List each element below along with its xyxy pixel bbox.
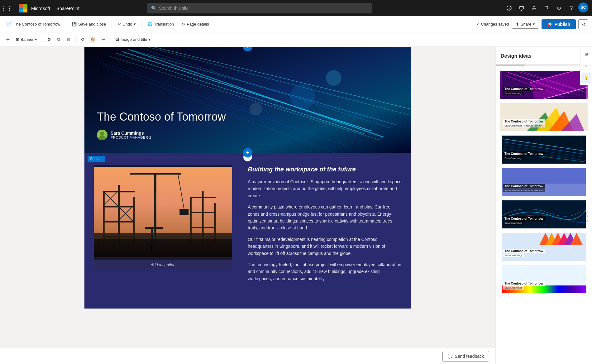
design-card-7[interactable]: The Contoso of Tomorrow Sara Cummings [499,265,588,294]
banner-author: Sara Cummings PRODUCT MANAGER 2 [97,130,226,140]
image-title-button[interactable]: 🖼 Image and title ▾ [113,36,153,43]
content-section: Section ✕ [84,153,411,309]
translation-button[interactable]: 🌐 Translation [144,20,177,28]
section-label[interactable]: Section [88,156,105,162]
design-card-4[interactable]: The Contoso of Tomorrow Sara Cummings · … [499,167,588,197]
svg-rect-40 [190,227,216,228]
content-toolbar: ✛ ⊞ Banner ▾ ⚙ ⧉ 🗑 ⟲ 🎨 ↩ 🖼 Image and tit… [0,32,592,47]
avatar[interactable]: SC [578,2,588,12]
color-btn[interactable]: 🎨 [88,36,98,43]
undo-ct-btn[interactable]: ↩ [99,36,107,43]
design-panel-header: Design ideas ✕ [496,47,592,65]
design-card-label-2: The Contoso of Tomorrow [503,119,545,124]
design-card-2[interactable]: The Contoso of Tomorrow Sara Cummings · … [499,103,588,132]
design-card-preview-5: The Contoso of Tomorrow Sara Cummings [500,200,588,228]
author-avatar [97,130,107,140]
two-column-layout: Add a caption Building the workspace of … [84,153,411,299]
page-tab-label: The Contoso of Tomorrow [14,22,60,26]
design-ideas-list[interactable]: The Contoso of Tomorrow Sara Cummings Th [496,66,592,364]
publish-button[interactable]: 📢 Publish [542,19,576,29]
design-card-label-6: The Contoso of Tomorrow [503,249,545,253]
delete-btn[interactable]: 🗑 [64,36,73,43]
banner-button[interactable]: ⊞ Banner ▾ [13,36,40,43]
share-button[interactable]: ⬆ Share ▾ [512,20,539,29]
add-section-bottom-button[interactable]: + [243,148,252,157]
design-card-5[interactable]: The Contoso of Tomorrow Sara Cummings [499,200,588,229]
changes-saved-indicator: ✓ Changes saved [476,22,509,26]
checkmark-icon: ✓ [476,22,480,26]
side-tab-adjust[interactable]: ≡ [581,61,591,71]
image-container[interactable]: Add a caption [94,165,232,270]
banner-section: + [84,47,411,153]
toolbar-left: 📄 The Contoso of Tomorrow 💾 Save and clo… [4,20,475,28]
settings-icon[interactable]: ⚙ [553,2,565,14]
waffle-icon[interactable]: ⋮⋮⋮ [4,2,15,14]
undo-icon: ↩ [117,22,121,26]
ct-sep-1 [42,36,42,43]
design-panel-title: Design ideas [501,53,532,59]
side-action-panel: ⊞ ≡ 💡 [580,47,592,85]
svg-rect-36 [202,191,204,245]
flag-icon[interactable] [541,2,552,14]
banner: The Contoso of Tomorrow Sara Cummings PR… [84,47,411,153]
design-card-1[interactable]: The Contoso of Tomorrow Sara Cummings [499,70,588,99]
share-dropdown-icon: ▾ [533,22,535,26]
image-title-dropdown-icon: ▾ [148,37,150,42]
chat-icon[interactable] [516,2,527,14]
main-area: + [0,47,592,364]
design-card-preview-4: The Contoso of Tomorrow Sara Cummings · … [500,168,588,196]
banner-title: The Contoso of Tomorrow [97,110,226,123]
page-editor[interactable]: + [0,47,495,364]
side-tab-layout[interactable]: ⊞ [581,49,591,59]
publish-icon: 📢 [547,22,552,27]
copilot-icon[interactable] [504,2,515,14]
design-card-6[interactable]: The Contoso of Tomorrow Sara Cummings [499,232,588,261]
design-card-label-3: The Contoso of Tomorrow [503,151,545,156]
toolbar-right: ✓ Changes saved ⬆ Share ▾ 📢 Publish ◁ [476,19,588,29]
panel-scrollbar-thumb[interactable] [496,65,525,66]
author-role: PRODUCT MANAGER 2 [111,136,151,139]
translation-icon: 🌐 [147,22,152,26]
image-title-icon: 🖼 [115,37,119,42]
toolbar-separator-1 [66,21,66,28]
send-feedback-button[interactable]: 💬 Send feedback [442,351,489,362]
side-tab-ideas[interactable]: 💡 [581,73,591,83]
svg-point-16 [100,132,104,136]
image-caption[interactable]: Add a caption [94,260,232,270]
design-card-sub-6: Sara Cummings [503,254,524,257]
collapse-panel-button[interactable]: ◁ [578,19,588,29]
undo-button[interactable]: ↩ Undo ▾ [114,20,139,28]
toolbar-separator-3 [141,21,142,28]
search-input[interactable] [159,6,368,11]
microsoft-logo [19,4,27,12]
design-card-3[interactable]: The Contoso of Tomorrow Sara Cummings [499,135,588,164]
design-card-preview-6: The Contoso of Tomorrow Sara Cummings [500,233,588,261]
people-icon[interactable] [528,2,540,14]
move-button[interactable]: ✛ [4,36,12,43]
design-card-preview-3: The Contoso of Tomorrow Sara Cummings [500,136,588,164]
article-para-1: A major renovation of Contoso's Singapor… [248,178,402,199]
page-details-button[interactable]: ⚙ Page details [178,20,212,28]
design-card-preview-7: The Contoso of Tomorrow Sara Cummings [500,265,588,293]
page-tab[interactable]: 📄 The Contoso of Tomorrow [4,20,63,28]
search-bar[interactable]: 🔍 [147,3,372,13]
design-card-label-5: The Contoso of Tomorrow [503,216,545,221]
ct-sep-2 [75,36,76,43]
design-card-sub-4: Sara Cummings · Product Manager [503,189,545,192]
duplicate-btn[interactable]: ⧉ [55,36,63,44]
share-icon: ⬆ [516,22,519,26]
app-name: SharePoint [56,6,79,11]
nav-icons: ⚙ ? SC [504,2,588,14]
move-up-btn[interactable]: ⟲ [78,36,87,43]
search-icon: 🔍 [151,6,156,11]
article-body[interactable]: A major renovation of Contoso's Singapor… [248,178,402,282]
banner-content: The Contoso of Tomorrow Sara Cummings PR… [97,110,226,140]
settings-btn[interactable]: ⚙ [45,36,54,43]
ct-sep-3 [110,36,110,43]
help-icon[interactable]: ? [566,2,577,14]
design-card-sub-1: Sara Cummings [503,92,524,95]
details-icon: ⚙ [181,22,185,26]
save-close-button[interactable]: 💾 Save and close [69,20,109,28]
design-ideas-panel: Design ideas ✕ The Contoso o [495,47,592,364]
svg-rect-29 [103,221,135,223]
